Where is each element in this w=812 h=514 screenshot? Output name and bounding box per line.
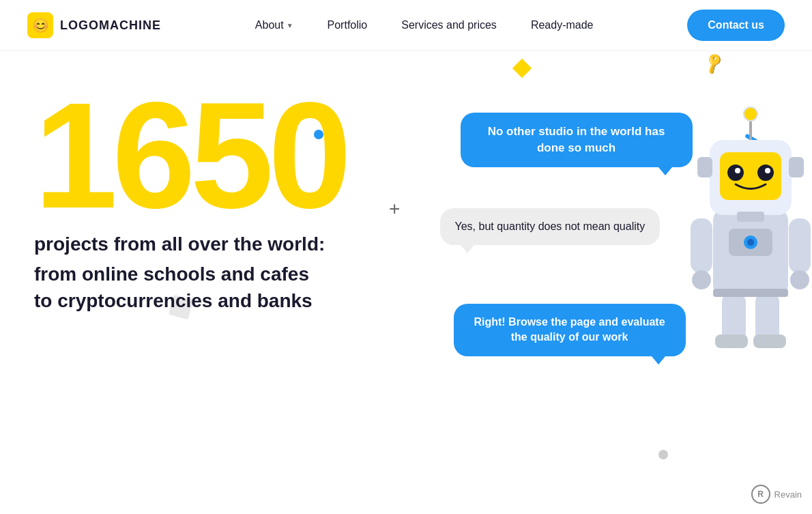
nav-links: About ▼ Portfolio Services and prices Re… [255,19,594,31]
chevron-down-icon: ▼ [287,22,293,29]
svg-rect-17 [789,218,811,273]
svg-point-6 [765,168,770,173]
subtitle-line1: projects from all over the world: [34,233,447,255]
chat-bubble-1: No other studio in the world has done so… [461,113,693,167]
revain-icon: R [751,485,770,504]
svg-point-14 [747,239,754,246]
svg-rect-9 [697,157,712,177]
left-panel: 1650 projects from all over the world: f… [0,51,447,514]
subtitle-line2: from online schools and cafesto cryptocu… [34,261,447,314]
right-panel: 🔑 No other studio in the world has done … [447,51,813,514]
revain-badge: R Revain [751,485,802,504]
logo-icon: 😊 [27,12,53,38]
big-number: 1650 [34,92,447,220]
nav-services[interactable]: Services and prices [401,19,497,31]
logo-text: LOGOMACHINE [60,18,161,33]
svg-rect-10 [789,157,804,177]
logo[interactable]: 😊 LOGOMACHINE [27,12,161,38]
svg-rect-20 [755,294,779,341]
main-content: + 1650 projects from all over the world:… [0,51,812,514]
svg-point-5 [735,168,740,173]
nav-portfolio[interactable]: Portfolio [328,19,368,31]
contact-button[interactable]: Contact us [687,10,785,41]
svg-point-16 [692,270,711,289]
svg-rect-19 [722,294,746,341]
nav-about[interactable]: About ▼ [255,19,293,31]
svg-rect-11 [737,212,764,222]
svg-point-8 [744,107,757,121]
svg-point-3 [727,165,744,181]
revain-label: Revain [774,489,802,500]
svg-rect-23 [713,289,788,297]
svg-point-4 [757,165,774,181]
svg-rect-22 [753,334,786,348]
nav-readymade[interactable]: Ready-made [531,19,594,31]
deco-square-yellow [512,59,531,78]
svg-point-18 [790,270,809,289]
svg-rect-15 [691,218,712,273]
chat-bubble-3: Right! Browse the page and evaluate the … [454,304,686,356]
navigation: 😊 LOGOMACHINE About ▼ Portfolio Services… [0,0,812,51]
robot-illustration [676,72,812,372]
svg-rect-21 [715,334,748,348]
chat-bubble-2: Yes, but quantity does not mean quality [440,208,661,245]
